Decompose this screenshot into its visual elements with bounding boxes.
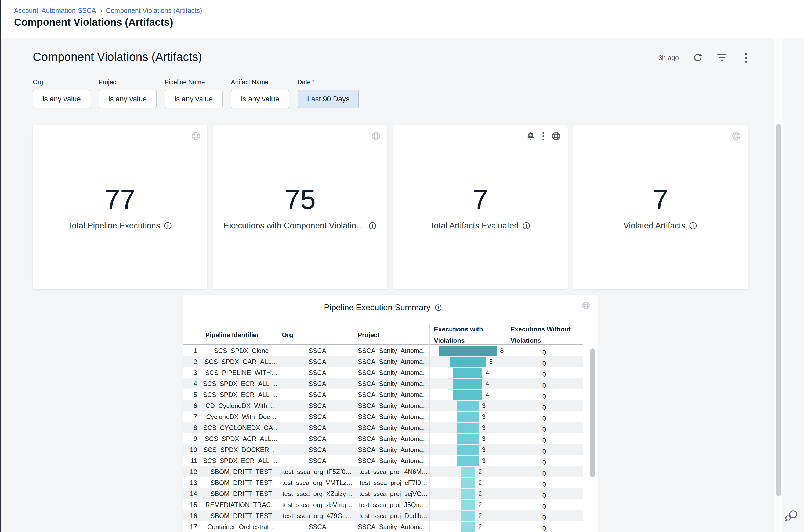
cell-org[interactable]: SSCA: [277, 455, 353, 466]
cell-org[interactable]: test_ssca_org_VMTLz…: [277, 477, 353, 488]
table-row[interactable]: 3SCS_PIPELINE_WITH…SSCASSCA_Sanity_Autom…: [183, 367, 583, 378]
table-row[interactable]: 11SCS_SPDX_ECR_ALL_…SSCASSCA_Sanity_Auto…: [183, 455, 583, 466]
globe-icon[interactable]: [551, 131, 561, 141]
cell-pipeline-identifier[interactable]: Container_Orchestrat…: [201, 521, 277, 532]
cell-org[interactable]: SSCA: [277, 521, 353, 532]
cell-project[interactable]: SSCA_Sanity_Automa…: [353, 378, 429, 389]
cell-pipeline-identifier[interactable]: SBOM_DRIFT_TEST: [201, 488, 277, 499]
filter-project-chip[interactable]: is any value: [98, 90, 156, 109]
cell-executions-with-violations[interactable]: 2: [429, 510, 506, 521]
cell-project[interactable]: SSCA_Sanity_Automa…: [353, 345, 429, 356]
cell-pipeline-identifier[interactable]: SCS_SPDX_GAR_ALL…: [201, 356, 277, 367]
cell-executions-without-violations[interactable]: 0: [506, 378, 583, 389]
cell-executions-without-violations[interactable]: 0: [506, 356, 583, 367]
cell-executions-without-violations[interactable]: 0: [506, 477, 583, 488]
table-row[interactable]: 8SCS_CYCLONEDX_GA…SSCASSCA_Sanity_Automa…: [183, 422, 583, 433]
cell-pipeline-identifier[interactable]: SBOM_DRIFT_TEST: [201, 477, 277, 488]
cell-pipeline-identifier[interactable]: SCS_PIPELINE_WITH…: [201, 367, 277, 378]
cell-pipeline-identifier[interactable]: SCS_SPDX_DOCKER_…: [201, 444, 277, 455]
cell-project[interactable]: SSCA_Sanity_Automa…: [353, 356, 429, 367]
cell-org[interactable]: SSCA: [277, 411, 353, 422]
cell-executions-with-violations[interactable]: 4: [429, 378, 506, 389]
cell-project[interactable]: test_ssca_proj_4N6M…: [353, 466, 429, 477]
cell-project[interactable]: test_ssca_proj_scjVC…: [353, 488, 429, 499]
cell-executions-with-violations[interactable]: 3: [429, 400, 506, 411]
cell-org[interactable]: test_ssca_org_tF5Zf0…: [277, 466, 353, 477]
cell-executions-with-violations[interactable]: 3: [429, 444, 506, 455]
cell-org[interactable]: test_ssca_org_zbVmg…: [277, 499, 353, 510]
cell-org[interactable]: SSCA: [277, 356, 353, 367]
cell-executions-without-violations[interactable]: 0: [506, 422, 583, 433]
column-header-executions-without-violations[interactable]: Executions WithoutViolations: [506, 324, 583, 346]
cell-executions-without-violations[interactable]: 0: [506, 521, 583, 532]
filter-pipeline-name-chip[interactable]: is any value: [165, 90, 223, 109]
cell-pipeline-identifier[interactable]: SCS_SPDX_ECR_ALL_…: [201, 378, 277, 389]
page-scrollbar-thumb[interactable]: [775, 124, 782, 496]
table-scrollbar-thumb[interactable]: [590, 348, 595, 477]
table-row[interactable]: 13SBOM_DRIFT_TESTtest_ssca_org_VMTLz…tes…: [183, 477, 583, 488]
table-row[interactable]: 2SCS_SPDX_GAR_ALL…SSCASSCA_Sanity_Automa…: [183, 356, 583, 367]
bell-plus-icon[interactable]: [526, 131, 536, 141]
filter-date-chip[interactable]: Last 90 Days: [298, 90, 359, 109]
cell-project[interactable]: SSCA_Sanity_Automa…: [353, 411, 429, 422]
cell-executions-with-violations[interactable]: 2: [429, 499, 506, 510]
table-row[interactable]: 12SBOM_DRIFT_TESTtest_ssca_org_tF5Zf0…te…: [183, 466, 583, 477]
cell-pipeline-identifier[interactable]: SCS_SPDX_ACR_ALL…: [201, 433, 277, 444]
table-row[interactable]: 5SCS_SPDX_ECR_ALL_…SSCASSCA_Sanity_Autom…: [183, 389, 583, 400]
cell-pipeline-identifier[interactable]: SCS_SPDX_Clone: [201, 345, 277, 356]
info-icon[interactable]: [522, 221, 531, 230]
table-row[interactable]: 14SBOM_DRIFT_TESTtest_ssca_org_XZalzy…te…: [183, 488, 583, 499]
cell-org[interactable]: SSCA: [277, 378, 353, 389]
cell-executions-without-violations[interactable]: 0: [506, 400, 583, 411]
cell-pipeline-identifier[interactable]: REMEDIATION_TRAC…: [201, 499, 277, 510]
refresh-icon[interactable]: [692, 52, 703, 63]
cell-executions-without-violations[interactable]: 0: [506, 510, 583, 521]
cell-project[interactable]: test_ssca_proj_cF7I9…: [353, 477, 429, 488]
cell-project[interactable]: SSCA_Sanity_Automa…: [353, 389, 429, 400]
cell-project[interactable]: SSCA_Sanity_Automa…: [353, 422, 429, 433]
table-row[interactable]: 17Container_Orchestrat…SSCASSCA_Sanity_A…: [183, 521, 583, 532]
cell-executions-with-violations[interactable]: 5: [429, 356, 506, 367]
table-row[interactable]: 16SBOM_DRIFT_TESTtest_ssca_org_479Gc…tes…: [183, 510, 583, 521]
table-row[interactable]: 6CD_CycloneDX_With_…SSCASSCA_Sanity_Auto…: [183, 400, 583, 411]
filter-artifact-name-chip[interactable]: is any value: [231, 90, 289, 109]
cell-org[interactable]: SSCA: [277, 444, 353, 455]
cell-executions-without-violations[interactable]: 0: [506, 433, 583, 444]
column-header-org[interactable]: Org: [277, 324, 353, 346]
cell-executions-without-violations[interactable]: 0: [506, 444, 583, 455]
cell-executions-with-violations[interactable]: 3: [429, 455, 506, 466]
table-row[interactable]: 9SCS_SPDX_ACR_ALL…SSCASSCA_Sanity_Automa…: [183, 433, 583, 444]
filter-icon[interactable]: [716, 52, 727, 63]
cell-org[interactable]: SSCA: [277, 422, 353, 433]
cell-executions-with-violations[interactable]: 4: [429, 389, 506, 400]
kebab-menu-icon[interactable]: [542, 132, 544, 140]
cell-org[interactable]: test_ssca_org_479Gc…: [277, 510, 353, 521]
cell-project[interactable]: SSCA_Sanity_Automa…: [353, 400, 429, 411]
info-icon[interactable]: [689, 221, 698, 230]
table-row[interactable]: 4SCS_SPDX_ECR_ALL_…SSCASSCA_Sanity_Autom…: [183, 378, 583, 389]
cell-org[interactable]: test_ssca_org_XZalzy…: [277, 488, 353, 499]
globe-icon[interactable]: [731, 131, 742, 141]
cell-pipeline-identifier[interactable]: SBOM_DRIFT_TEST: [201, 510, 277, 521]
cell-executions-without-violations[interactable]: 0: [506, 488, 583, 499]
cell-executions-without-violations[interactable]: 0: [506, 345, 583, 356]
cell-org[interactable]: SSCA: [277, 400, 353, 411]
cell-project[interactable]: SSCA_Sanity_Automa…: [353, 367, 429, 378]
column-header-project[interactable]: Project: [353, 324, 429, 346]
cell-project[interactable]: SSCA_Sanity_Automa…: [353, 444, 429, 455]
cell-executions-without-violations[interactable]: 0: [506, 367, 583, 378]
chat-icon[interactable]: [784, 508, 799, 523]
table-row[interactable]: 1SCS_SPDX_CloneSSCASSCA_Sanity_Automa…80: [183, 345, 583, 356]
cell-org[interactable]: SSCA: [277, 433, 353, 444]
column-header-pipeline-identifier[interactable]: Pipeline Identifier: [201, 324, 277, 346]
cell-project[interactable]: SSCA_Sanity_Automa…: [353, 455, 429, 466]
cell-executions-with-violations[interactable]: 3: [429, 433, 506, 444]
globe-icon[interactable]: [371, 131, 381, 141]
column-header-executions-with-violations[interactable]: Executions withViolations: [429, 324, 506, 346]
cell-org[interactable]: SSCA: [277, 345, 353, 356]
cell-executions-without-violations[interactable]: 0: [506, 411, 583, 422]
cell-executions-without-violations[interactable]: 0: [506, 389, 583, 400]
cell-executions-with-violations[interactable]: 2: [429, 477, 506, 488]
info-icon[interactable]: [368, 221, 377, 230]
cell-executions-with-violations[interactable]: 2: [429, 466, 506, 477]
